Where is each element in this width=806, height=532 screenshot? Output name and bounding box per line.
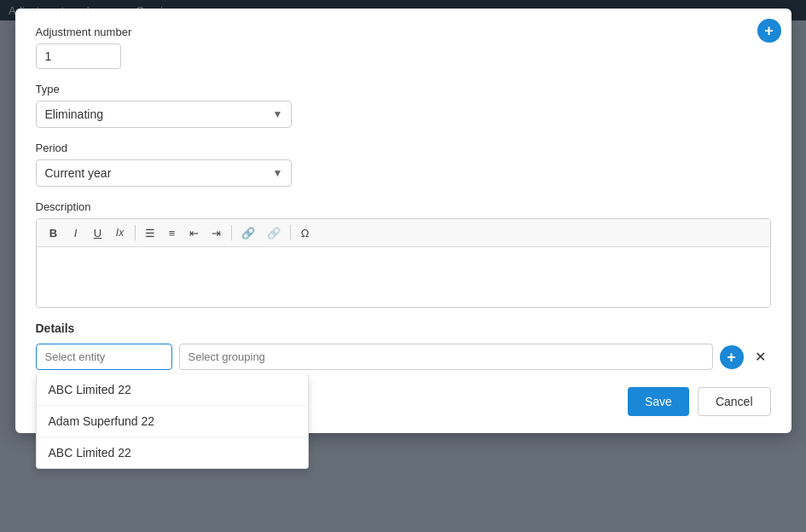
rte-separator-2 <box>231 225 232 240</box>
entity-dropdown: ABC Limited 22 Adam Superfund 22 ABC Lim… <box>36 374 309 469</box>
type-select-wrapper: Eliminating Consolidation Other ▼ <box>36 101 292 128</box>
rte-italic-button[interactable]: I <box>66 223 86 243</box>
rte-separator-1 <box>135 225 136 240</box>
adjustment-number-label: Adjustment number <box>36 26 771 38</box>
period-label: Period <box>36 142 771 154</box>
period-group: Period Current year Prior year ▼ <box>36 142 771 187</box>
type-label: Type <box>36 83 771 95</box>
dropdown-item-3[interactable]: ABC Limited 22 <box>37 437 308 468</box>
rte-bullet-list-button[interactable]: ☰ <box>140 223 160 243</box>
rte-omega-button[interactable]: Ω <box>295 223 316 243</box>
cancel-button[interactable]: Cancel <box>698 387 771 416</box>
dropdown-item-1[interactable]: ABC Limited 22 <box>37 374 308 406</box>
rte-indent-decrease-button[interactable]: ⇤ <box>184 223 205 243</box>
modal-add-button[interactable]: + <box>757 19 781 43</box>
details-row: ABC Limited 22 Adam Superfund 22 ABC Lim… <box>36 344 771 370</box>
rte-underline-button[interactable]: U <box>88 223 108 243</box>
rte-link-button[interactable]: 🔗 <box>236 223 260 243</box>
rte-toolbar: B I U Ix ☰ ≡ ⇤ ⇥ 🔗 🔗 Ω <box>37 219 770 247</box>
rte-strikethrough-button[interactable]: Ix <box>110 223 130 243</box>
type-select[interactable]: Eliminating Consolidation Other <box>36 101 292 128</box>
rte-unlink-button[interactable]: 🔗 <box>262 223 286 243</box>
details-add-button[interactable]: + <box>720 345 744 369</box>
rte-numbered-list-button[interactable]: ≡ <box>162 223 183 243</box>
details-group: Details ABC Limited 22 Adam Superfund 22… <box>36 321 771 370</box>
description-group: Description B I U Ix ☰ ≡ ⇤ ⇥ 🔗 🔗 Ω <box>36 200 771 308</box>
entity-input[interactable] <box>36 344 172 370</box>
rte-bold-button[interactable]: B <box>43 223 64 243</box>
grouping-input[interactable] <box>179 344 713 370</box>
type-group: Type Eliminating Consolidation Other ▼ <box>36 83 771 128</box>
entity-wrapper: ABC Limited 22 Adam Superfund 22 ABC Lim… <box>36 344 172 370</box>
rte-indent-increase-button[interactable]: ⇥ <box>206 223 227 243</box>
dropdown-item-2[interactable]: Adam Superfund 22 <box>37 406 308 437</box>
rte-separator-3 <box>290 225 291 240</box>
rte-container: B I U Ix ☰ ≡ ⇤ ⇥ 🔗 🔗 Ω <box>36 218 771 308</box>
adjustment-number-input[interactable] <box>36 43 121 69</box>
save-button[interactable]: Save <box>628 387 689 416</box>
description-label: Description <box>36 200 771 213</box>
period-select[interactable]: Current year Prior year <box>36 159 292 187</box>
modal-overlay: + Adjustment number Type Eliminating Con… <box>0 0 806 532</box>
adjustment-number-group: Adjustment number <box>36 26 771 69</box>
details-label: Details <box>36 321 771 335</box>
details-remove-button[interactable]: ✕ <box>751 347 771 367</box>
rte-body[interactable] <box>37 247 770 307</box>
period-select-wrapper: Current year Prior year ▼ <box>36 159 292 187</box>
modal-dialog: + Adjustment number Type Eliminating Con… <box>15 9 792 433</box>
